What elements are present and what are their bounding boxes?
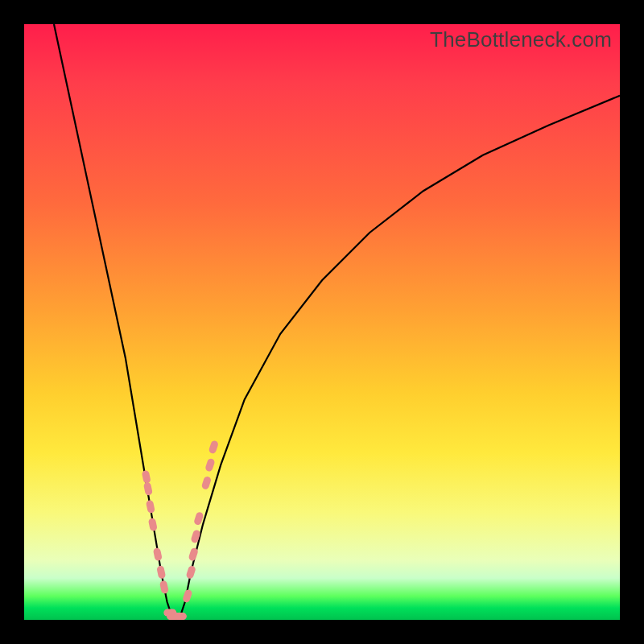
- curve-marker: [146, 500, 155, 514]
- bottleneck-curve: [54, 24, 620, 620]
- curve-marker: [153, 547, 163, 562]
- curve-marker: [204, 458, 216, 473]
- curve-marker: [148, 518, 158, 532]
- curve-marker: [185, 565, 196, 580]
- chart-svg: [24, 24, 620, 620]
- curve-marker: [156, 565, 166, 580]
- curve-marker: [143, 481, 153, 496]
- marker-group: [142, 440, 219, 620]
- curve-marker: [159, 580, 169, 595]
- curve-marker: [182, 588, 193, 603]
- curve-marker: [142, 470, 151, 485]
- curve-marker: [174, 613, 187, 620]
- plot-area: TheBottleneck.com: [24, 24, 620, 620]
- curve-marker: [201, 476, 213, 490]
- outer-frame: TheBottleneck.com: [0, 0, 644, 644]
- curve-marker: [208, 440, 220, 454]
